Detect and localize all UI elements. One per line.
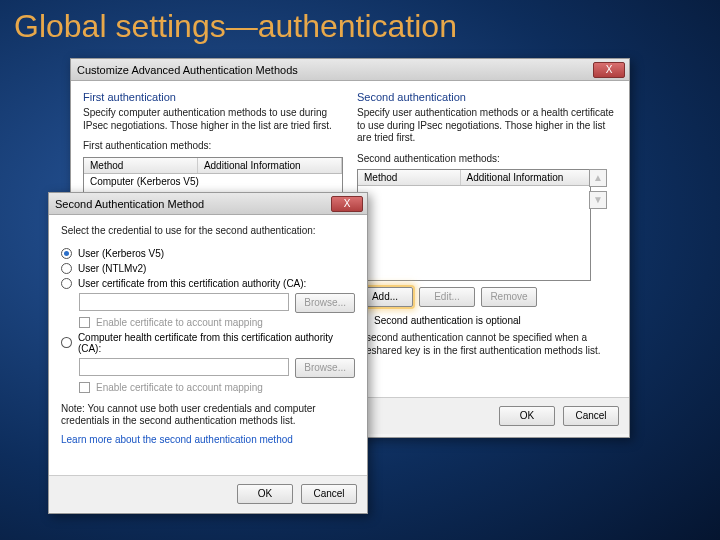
radio-user-cert[interactable] (61, 278, 72, 289)
optional-label: Second authentication is optional (374, 315, 521, 326)
dlg2-titlebar[interactable]: Second Authentication Method X (49, 193, 367, 215)
move-up-button[interactable]: ▲ (589, 169, 607, 187)
first-auth-heading: First authentication (83, 91, 343, 103)
browse-button[interactable]: Browse... (295, 358, 355, 378)
second-auth-section: Second authentication Specify user authe… (357, 91, 617, 357)
dlg2-title: Second Authentication Method (53, 198, 331, 210)
radio-label: User certificate from this certification… (78, 278, 306, 289)
second-auth-list[interactable]: Method Additional Information (357, 169, 591, 281)
radio-user-kerberos[interactable] (61, 248, 72, 259)
first-auth-label: First authentication methods: (83, 140, 343, 153)
first-auth-desc: Specify computer authentication methods … (83, 107, 343, 132)
user-cert-ca-field[interactable] (79, 293, 289, 311)
edit-button[interactable]: Edit... (419, 287, 475, 307)
map-checkbox-2 (79, 382, 90, 393)
cancel-button[interactable]: Cancel (563, 406, 619, 426)
radio-label: User (NTLMv2) (78, 263, 146, 274)
browse-button[interactable]: Browse... (295, 293, 355, 313)
cancel-button[interactable]: Cancel (301, 484, 357, 504)
radio-label: User (Kerberos V5) (78, 248, 164, 259)
remove-button[interactable]: Remove (481, 287, 537, 307)
ok-button[interactable]: OK (237, 484, 293, 504)
map-checkbox-1 (79, 317, 90, 328)
slide-title: Global settings—authentication (14, 8, 457, 45)
dlg2-prompt: Select the credential to use for the sec… (61, 225, 355, 238)
dlg2-note: Note: You cannot use both user credentia… (61, 403, 355, 428)
learn-more-link[interactable]: Learn more about the second authenticati… (61, 434, 355, 445)
map-label-1: Enable certificate to account mapping (96, 317, 263, 328)
col-info[interactable]: Additional Information (198, 158, 342, 173)
list-item[interactable]: Computer (Kerberos V5) (84, 174, 342, 189)
col-info[interactable]: Additional Information (461, 170, 590, 185)
second-auth-desc: Specify user authentication methods or a… (357, 107, 617, 145)
health-cert-ca-field[interactable] (79, 358, 289, 376)
dlg1-title: Customize Advanced Authentication Method… (75, 64, 593, 76)
ok-button[interactable]: OK (499, 406, 555, 426)
radio-user-ntlm[interactable] (61, 263, 72, 274)
col-method[interactable]: Method (358, 170, 461, 185)
dlg1-titlebar[interactable]: Customize Advanced Authentication Method… (71, 59, 629, 81)
map-label-2: Enable certificate to account mapping (96, 382, 263, 393)
radio-label: Computer health certificate from this ce… (78, 332, 355, 354)
radio-health-cert[interactable] (61, 337, 72, 348)
close-icon[interactable]: X (593, 62, 625, 78)
second-auth-method-dialog: Second Authentication Method X Select th… (48, 192, 368, 514)
second-auth-label: Second authentication methods: (357, 153, 617, 166)
move-down-button[interactable]: ▼ (589, 191, 607, 209)
second-auth-warning: A second authentication cannot be specif… (357, 332, 617, 357)
second-auth-heading: Second authentication (357, 91, 617, 103)
close-icon[interactable]: X (331, 196, 363, 212)
col-method[interactable]: Method (84, 158, 198, 173)
